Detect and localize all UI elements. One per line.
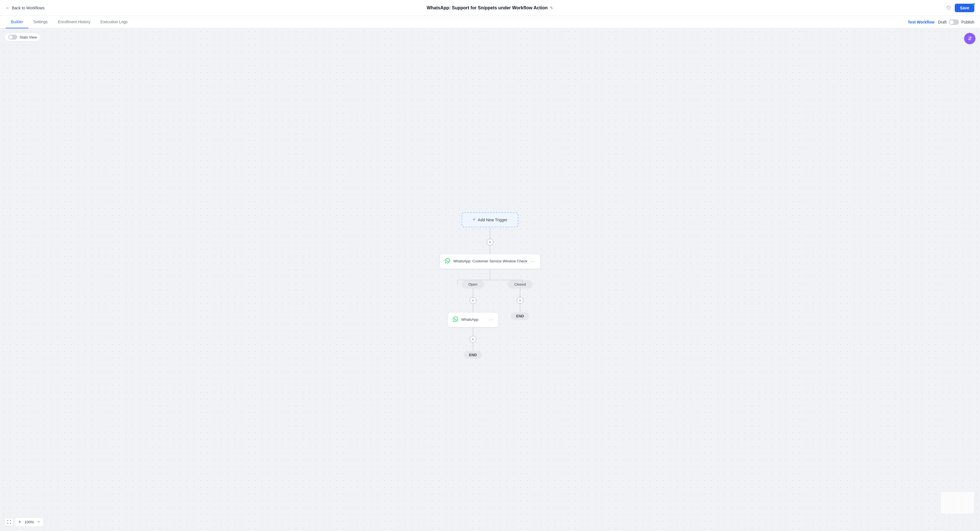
whatsapp-check-label: WhatsApp: Customer Service Window Check — [453, 259, 527, 264]
whatsapp-action-label: WhatsApp — [461, 317, 485, 322]
header: ← Back to Workflows WhatsApp: Support fo… — [0, 0, 980, 16]
branch-open: Open + WhatsApp ⋯ — [447, 280, 498, 359]
tab-execution-logs[interactable]: Execution Logs — [95, 16, 133, 29]
connector-2 — [490, 246, 490, 254]
workflow-canvas[interactable]: Stats View ⇵ + Add New Trigger + — [0, 29, 980, 531]
zoom-controls: + 100% − — [15, 517, 44, 526]
trigger-label: Add New Trigger — [478, 218, 507, 222]
zoom-percent: 100% — [23, 520, 35, 524]
branch-open-pill[interactable]: Open — [461, 280, 484, 288]
open-v-line-4 — [473, 342, 473, 351]
back-label: Back to Workflows — [12, 6, 45, 10]
branch-closed: Closed + END — [508, 280, 533, 320]
header-right: ⏲ Save — [946, 4, 974, 12]
add-node-open-btn[interactable]: + — [469, 297, 476, 304]
flow-container: + Add New Trigger + WhatsApp: Customer S… — [430, 212, 550, 359]
end-node-closed: END — [511, 312, 529, 320]
connector-1 — [490, 227, 490, 239]
stats-view-toggle[interactable]: Stats View — [5, 33, 41, 41]
zoom-in-button[interactable]: + — [17, 519, 22, 525]
expand-icon: ⇵ — [968, 35, 972, 42]
closed-v-line — [520, 288, 520, 297]
trigger-node[interactable]: + Add New Trigger — [461, 212, 519, 227]
branch-connector — [430, 269, 550, 280]
tab-enrollment-history[interactable]: Enrollment History — [53, 16, 95, 29]
branch-closed-pill[interactable]: Closed — [508, 280, 533, 288]
minimap-inner — [940, 491, 974, 514]
whatsapp-action-more-btn[interactable]: ⋯ — [488, 317, 494, 323]
draft-publish-toggle: Draft Publish — [938, 19, 974, 25]
left-v-connector — [457, 280, 458, 285]
tab-settings[interactable]: Settings — [29, 16, 53, 29]
test-workflow-button[interactable]: Test Workflow — [908, 20, 934, 24]
zoom-area: ⛶ + 100% − — [5, 517, 44, 526]
trigger-plus-icon: + — [473, 217, 476, 223]
add-node-after-whatsapp-btn[interactable]: + — [469, 336, 476, 342]
publish-label: Publish — [961, 20, 974, 24]
save-button[interactable]: Save — [955, 4, 974, 12]
whatsapp-check-more-btn[interactable]: ⋯ — [530, 258, 536, 265]
open-v-line-3 — [473, 327, 473, 336]
tab-list: Builder Settings Enrollment History Exec… — [6, 16, 133, 29]
branch-row: Open + WhatsApp ⋯ — [447, 280, 533, 359]
closed-v-line-2 — [520, 304, 520, 312]
canvas-wrap: Stats View ⇵ + Add New Trigger + — [0, 29, 980, 531]
expand-button[interactable]: ⇵ — [964, 33, 975, 44]
whatsapp-icon-2 — [452, 316, 458, 323]
edit-icon[interactable]: ✎ — [550, 6, 553, 10]
header-center: WhatsApp: Support for Snippets under Wor… — [427, 5, 554, 11]
open-v-line — [473, 288, 473, 297]
nav-tabs: Builder Settings Enrollment History Exec… — [0, 16, 980, 29]
right-v-connector — [522, 280, 523, 285]
draft-label: Draft — [938, 20, 947, 24]
tab-actions: Test Workflow Draft Publish — [908, 19, 974, 25]
toggle-slider — [949, 19, 959, 25]
stats-view-label: Stats View — [19, 35, 37, 40]
whatsapp-check-node: WhatsApp: Customer Service Window Check … — [439, 254, 541, 269]
whatsapp-icon-1 — [444, 258, 450, 265]
end-node-open: END — [464, 351, 482, 359]
back-to-workflows-btn[interactable]: ← Back to Workflows — [6, 5, 45, 11]
fit-view-btn[interactable]: ⛶ — [5, 518, 14, 526]
zoom-out-button[interactable]: − — [36, 519, 41, 525]
stats-toggle-switch — [8, 35, 17, 40]
publish-toggle[interactable] — [949, 19, 959, 25]
whatsapp-action-node: WhatsApp ⋯ — [447, 312, 498, 327]
v-connector — [490, 269, 490, 280]
tab-builder[interactable]: Builder — [6, 16, 29, 29]
add-node-btn-1[interactable]: + — [487, 239, 493, 246]
history-icon[interactable]: ⏲ — [946, 5, 951, 11]
branch-section: Open + WhatsApp ⋯ — [430, 269, 550, 359]
h-connector — [457, 280, 523, 280]
open-v-line-2 — [473, 304, 473, 312]
workflow-title: WhatsApp: Support for Snippets under Wor… — [427, 5, 548, 11]
header-left: ← Back to Workflows — [6, 5, 45, 11]
minimap — [940, 491, 974, 514]
add-node-closed-btn[interactable]: + — [517, 297, 523, 304]
back-arrow-icon: ← — [6, 5, 10, 11]
